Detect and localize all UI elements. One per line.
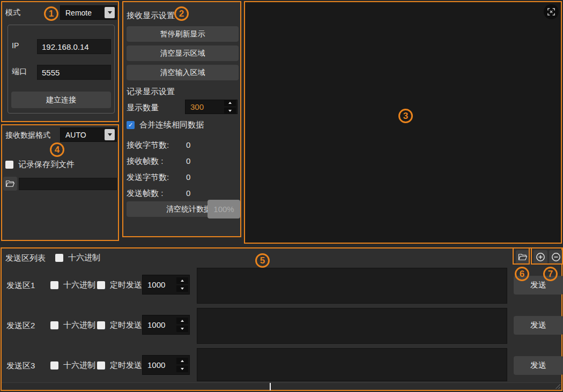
save-to-file-checkbox[interactable] bbox=[5, 161, 13, 169]
minus-icon bbox=[551, 252, 561, 262]
record-settings-label: 记录显示设置 bbox=[127, 87, 175, 97]
spinner-up-button[interactable] bbox=[176, 318, 188, 324]
arrow-up-icon bbox=[228, 102, 232, 104]
send-row3-timer-checkbox[interactable] bbox=[97, 361, 105, 370]
send-row2-textarea[interactable] bbox=[197, 308, 507, 344]
stat-tx-bytes-label: 发送字节数: bbox=[127, 172, 169, 183]
receive-format-label: 接收数据格式 bbox=[5, 131, 50, 140]
send-row2-send-button[interactable]: 发送 bbox=[514, 316, 563, 335]
connect-button[interactable]: 建立连接 bbox=[11, 92, 111, 108]
splitter-handle[interactable] bbox=[270, 383, 271, 390]
port-label: 端口 bbox=[12, 67, 27, 77]
spinner-down-button[interactable] bbox=[176, 366, 188, 372]
stat-rx-frames-value: 0 bbox=[186, 156, 190, 165]
send-row1-timer-label: 定时发送 bbox=[110, 280, 142, 290]
merge-data-checkbox[interactable]: ✓ bbox=[127, 121, 135, 129]
mode-select[interactable]: Remote bbox=[60, 5, 117, 20]
port-input[interactable] bbox=[37, 65, 111, 80]
send-row1-hex-checkbox[interactable] bbox=[50, 281, 58, 289]
expand-icon bbox=[547, 8, 555, 16]
display-settings-title: 接收显示设置 bbox=[127, 11, 175, 21]
pause-refresh-button[interactable]: 暂停刷新显示 bbox=[127, 26, 239, 42]
stat-tx-bytes: 发送字节数: 0 bbox=[127, 172, 239, 183]
receive-format-select[interactable]: AUTO bbox=[60, 127, 117, 142]
send-row2-timer-label: 定时发送 bbox=[110, 320, 142, 330]
send-row-label: 发送区3 bbox=[6, 361, 35, 371]
save-file-path-input[interactable] bbox=[19, 178, 117, 190]
load-send-file-button[interactable] bbox=[516, 250, 530, 264]
mode-label: 模式 bbox=[5, 8, 20, 18]
send-row3-timer-label: 定时发送 bbox=[110, 360, 142, 371]
receive-format-select-value: AUTO bbox=[61, 131, 105, 139]
send-row2-interval-spinner[interactable] bbox=[142, 315, 190, 335]
send-list-hex-label: 十六进制 bbox=[68, 253, 100, 263]
chevron-down-icon bbox=[108, 133, 112, 136]
folder-icon bbox=[5, 179, 15, 188]
arrow-down-icon bbox=[181, 328, 184, 330]
stat-tx-frames-label: 发送帧数 : bbox=[127, 189, 163, 199]
display-count-down-button[interactable] bbox=[224, 108, 236, 114]
network-debug-app: { "colors": { "annotation_orange": "#e88… bbox=[0, 0, 563, 392]
send-row1-hex-label: 十六进制 bbox=[63, 280, 95, 290]
stat-rx-bytes: 接收字节数: 0 bbox=[127, 140, 239, 150]
send-row-label: 发送区1 bbox=[6, 281, 35, 291]
send-row1-interval-input[interactable] bbox=[143, 280, 176, 289]
progress-percent-badge: 100% bbox=[208, 200, 240, 218]
arrow-down-icon bbox=[181, 288, 184, 290]
send-row3-interval-spinner[interactable] bbox=[142, 355, 190, 375]
ip-label: IP bbox=[12, 41, 19, 50]
stat-rx-frames: 接收帧数 : 0 bbox=[127, 156, 239, 167]
display-count-spinner[interactable] bbox=[185, 100, 238, 114]
arrow-up-icon bbox=[181, 280, 184, 282]
ip-input[interactable] bbox=[37, 39, 111, 54]
arrow-down-icon bbox=[181, 368, 184, 370]
spinner-up-button[interactable] bbox=[176, 358, 188, 364]
horizontal-scrollbar[interactable] bbox=[2, 382, 561, 390]
merge-data-label: 合并连续相同数据 bbox=[139, 120, 204, 130]
display-count-up-button[interactable] bbox=[224, 100, 236, 106]
receive-format-panel: 接收数据格式 AUTO 记录保存到文件 bbox=[1, 124, 119, 241]
send-list-title: 发送区列表 bbox=[5, 253, 46, 263]
display-count-input[interactable] bbox=[186, 102, 224, 111]
display-count-label: 显示数量 bbox=[127, 103, 159, 113]
arrow-up-icon bbox=[181, 320, 184, 322]
send-row1-textarea[interactable] bbox=[197, 268, 507, 304]
send-row2-hex-checkbox[interactable] bbox=[50, 321, 58, 329]
stat-tx-frames-value: 0 bbox=[186, 189, 190, 198]
remove-send-row-button[interactable] bbox=[549, 250, 563, 264]
clear-input-button[interactable]: 清空输入区域 bbox=[127, 65, 239, 80]
spinner-down-button[interactable] bbox=[176, 326, 188, 332]
spinner-down-button[interactable] bbox=[176, 285, 188, 292]
choose-file-button[interactable] bbox=[3, 177, 17, 191]
send-row1-timer-checkbox[interactable] bbox=[97, 281, 105, 289]
clear-display-button[interactable]: 清空显示区域 bbox=[127, 46, 239, 61]
send-list-hex-checkbox[interactable] bbox=[55, 254, 63, 262]
spinner-up-button[interactable] bbox=[176, 277, 188, 284]
send-row2-hex-label: 十六进制 bbox=[63, 320, 95, 330]
stat-tx-frames: 发送帧数 : 0 bbox=[127, 189, 239, 199]
send-row2-interval-input[interactable] bbox=[143, 320, 176, 329]
stat-rx-bytes-value: 0 bbox=[186, 140, 190, 149]
send-row3-interval-input[interactable] bbox=[143, 360, 176, 370]
arrow-down-icon bbox=[228, 110, 232, 112]
stat-tx-bytes-value: 0 bbox=[186, 172, 190, 182]
send-row1-interval-spinner[interactable] bbox=[142, 275, 190, 295]
add-send-row-button[interactable] bbox=[534, 250, 547, 264]
plus-icon bbox=[536, 252, 545, 262]
send-row3-textarea[interactable] bbox=[197, 348, 507, 381]
resize-grip[interactable] bbox=[555, 384, 560, 389]
send-row3-send-button[interactable]: 发送 bbox=[514, 356, 563, 375]
receive-display-area[interactable] bbox=[244, 1, 562, 244]
send-list-panel: 发送区列表 十六进制 发送区1 十六进制 定时发送 发送 bbox=[1, 247, 562, 391]
send-row2-timer-checkbox[interactable] bbox=[97, 321, 105, 329]
send-row3-hex-checkbox[interactable] bbox=[50, 361, 58, 370]
stat-rx-frames-label: 接收帧数 : bbox=[127, 156, 163, 167]
arrow-up-icon bbox=[181, 360, 184, 362]
connection-groupbox: IP 端口 建立连接 bbox=[8, 25, 115, 114]
mode-select-arrow-button[interactable] bbox=[105, 7, 115, 18]
save-to-file-label: 记录保存到文件 bbox=[18, 160, 75, 170]
send-row1-send-button[interactable]: 发送 bbox=[514, 276, 563, 295]
receive-format-arrow-button[interactable] bbox=[105, 129, 115, 140]
send-row-label: 发送区2 bbox=[6, 321, 35, 331]
fullscreen-expand-button[interactable] bbox=[544, 4, 559, 19]
